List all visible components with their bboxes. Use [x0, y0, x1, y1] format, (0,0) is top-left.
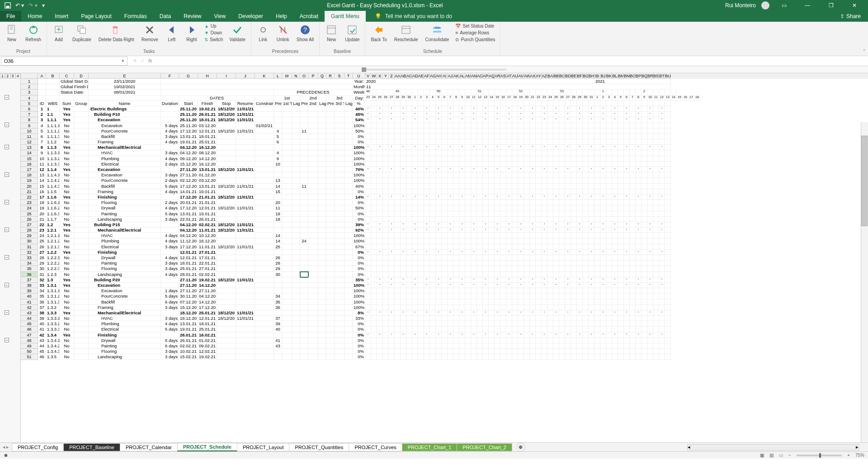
horizontal-scrollbar[interactable]: ◂▸ — [525, 444, 868, 450]
zoom-in-icon[interactable]: + — [847, 453, 850, 458]
ribbon: New Refresh Project +Add Duplicate Delet… — [0, 22, 868, 56]
tab-help[interactable]: Help — [269, 11, 293, 22]
tab-file[interactable]: File — [0, 11, 21, 22]
baseline-update-button[interactable]: Update — [342, 23, 362, 43]
sheet-tab-schedule[interactable]: PROJECT_Schedule — [177, 443, 237, 451]
tab-formulas[interactable]: Formulas — [118, 11, 153, 22]
sheet-tab-layout[interactable]: PROJECT_Layout — [237, 443, 289, 451]
sheet-tab-calendar[interactable]: PROJECT_Calendar — [120, 443, 178, 451]
task-remove-button[interactable]: Remove — [139, 23, 161, 43]
user-avatar[interactable] — [761, 1, 769, 9]
name-box[interactable]: O36▾ — [1, 57, 127, 66]
svg-rect-10 — [113, 28, 117, 33]
redo-icon[interactable]: ↷ ▾ — [28, 2, 37, 9]
add-sheet-button[interactable]: ⊕ — [516, 443, 525, 452]
sheet-tab-bar: ◂▸ PROJECT_Config PROJECT_Baseline PROJE… — [0, 442, 868, 451]
prec-showall-button[interactable]: ?Show All — [294, 23, 316, 43]
maximize-icon[interactable]: ❐ — [822, 0, 840, 11]
svg-line-13 — [279, 26, 287, 33]
group-project-label: Project — [3, 48, 44, 55]
view-pagebreak-icon[interactable]: ▭ — [779, 453, 783, 458]
column-headers[interactable]: ABCDEFGHIJKLMNOPQRSTUVWXYZAAABACADAEAFAG… — [21, 73, 868, 79]
minimize-icon[interactable]: — — [798, 0, 816, 11]
worksheet-grid[interactable]: 1Global Start Date:23/11/2020Year:202020… — [21, 79, 868, 360]
tab-view[interactable]: View — [208, 11, 232, 22]
macro-record-icon[interactable]: ⏺ — [4, 453, 8, 458]
svg-rect-16 — [327, 26, 335, 34]
tell-me[interactable]: 💡 Tell me what you want to do — [366, 11, 833, 22]
task-delete-button[interactable]: Delete Data Right — [96, 23, 137, 43]
user-name[interactable]: Rui Monteiro — [725, 2, 756, 9]
tab-review[interactable]: Review — [177, 11, 208, 22]
task-up-button[interactable]: ▲Up — [203, 23, 225, 29]
task-add-button[interactable]: +Add — [50, 23, 68, 43]
sched-statusdate-button[interactable]: 📅Set Status Date — [453, 23, 497, 29]
sched-backto-button[interactable]: Back To — [368, 23, 389, 43]
task-right-button[interactable]: Right — [183, 23, 201, 43]
tab-insert[interactable]: Insert — [48, 11, 75, 22]
sched-punch-button[interactable]: ⊙Punch Quantities — [453, 36, 497, 43]
sched-reschedule-button[interactable]: Reschedule — [392, 23, 421, 43]
svg-rect-2 — [8, 25, 14, 33]
group-baseline-label: Baseline — [322, 48, 362, 55]
sheet-tab-config[interactable]: PROJECT_Config — [12, 443, 64, 451]
sheet-nav[interactable]: ◂▸ — [0, 444, 12, 450]
close-icon[interactable]: ✕ — [845, 0, 863, 11]
svg-rect-1 — [6, 6, 9, 8]
project-new-button[interactable]: New — [3, 23, 21, 43]
sheet-tab-baseline[interactable]: PROJECT_Baseline — [63, 443, 120, 451]
sheet-tab-quantities[interactable]: PROJECT_Quantities — [289, 443, 349, 451]
view-layout-icon[interactable]: ▤ — [769, 453, 774, 458]
fx-icon[interactable]: fx — [148, 58, 152, 64]
prec-unlink-button[interactable]: Unlink — [274, 23, 292, 43]
collapse-ribbon-icon[interactable]: ˄ — [863, 49, 865, 54]
tab-ganttmenu[interactable]: Gantt Menu — [325, 11, 366, 22]
share-button[interactable]: ⇪ Share — [833, 11, 868, 22]
tab-pagelayout[interactable]: Page Layout — [75, 11, 118, 22]
enter-icon[interactable]: ✓ — [141, 58, 145, 64]
prec-link-button[interactable]: Link — [254, 23, 272, 43]
vertical-scrollbar[interactable] — [861, 122, 868, 442]
window-title: Excel Gantt - Easy Scheduling v1.0.xlsm … — [49, 2, 721, 9]
tab-data[interactable]: Data — [153, 11, 177, 22]
sheet-tab-chart2[interactable]: PROJECT_Chart_2 — [457, 443, 512, 451]
rows-icon: ≡ — [455, 30, 458, 35]
title-bar: ↶ ▾ ↷ ▾ ▾ Excel Gantt - Easy Scheduling … — [0, 0, 868, 11]
task-down-button[interactable]: ▼Down — [203, 29, 225, 36]
sched-avgrows-button[interactable]: ≡Average Rows — [453, 29, 497, 36]
svg-text:75%: 75% — [434, 26, 440, 29]
zoom-out-icon[interactable]: − — [788, 453, 791, 458]
sheet-tab-curves[interactable]: PROJECT_Curves — [349, 443, 402, 451]
task-validate-button[interactable]: Validate — [226, 23, 248, 43]
arrow-up-icon: ▲ — [204, 24, 209, 28]
tab-developer[interactable]: Developer — [232, 11, 269, 22]
project-refresh-button[interactable]: Refresh — [23, 23, 44, 43]
zoom-level[interactable]: 75% — [855, 453, 864, 458]
task-duplicate-button[interactable]: Duplicate — [70, 23, 94, 43]
chevron-down-icon[interactable]: ▾ — [122, 58, 124, 64]
ribbon-tabs: File Home Insert Page Layout Formulas Da… — [0, 11, 868, 22]
column-ruler[interactable] — [0, 66, 868, 73]
baseline-new-button[interactable]: New — [322, 23, 340, 43]
formula-input[interactable] — [157, 57, 868, 66]
sheet-tab-chart1[interactable]: PROJECT_Chart_1 — [402, 443, 458, 451]
undo-icon[interactable]: ↶ ▾ — [15, 2, 24, 9]
save-icon[interactable] — [5, 2, 11, 9]
status-bar: ⏺ ▦ ▤ ▭ − + 75% — [0, 451, 868, 459]
calendar-icon: 📅 — [455, 24, 461, 28]
tab-home[interactable]: Home — [21, 11, 48, 22]
zoom-slider[interactable] — [797, 455, 842, 456]
svg-rect-19 — [402, 26, 410, 33]
task-switch-button[interactable]: ⇅Switch — [203, 36, 225, 43]
qat-customize[interactable]: ▾ — [42, 2, 45, 9]
ribbon-display-icon[interactable]: ▭ — [775, 0, 793, 11]
task-left-button[interactable]: Left — [163, 23, 181, 43]
outline-column[interactable]: 1234 −−−−−−−−−− — [0, 73, 21, 459]
svg-text:?: ? — [303, 26, 307, 33]
tab-acrobat[interactable]: Acrobat — [293, 11, 325, 22]
sched-consolidate-button[interactable]: 75%Consolidate — [423, 23, 452, 43]
formula-bar: O36▾ ✕ ✓ fx — [0, 56, 868, 66]
share-icon: ⇪ — [840, 13, 844, 19]
view-normal-icon[interactable]: ▦ — [760, 453, 764, 458]
cancel-icon[interactable]: ✕ — [133, 58, 137, 64]
